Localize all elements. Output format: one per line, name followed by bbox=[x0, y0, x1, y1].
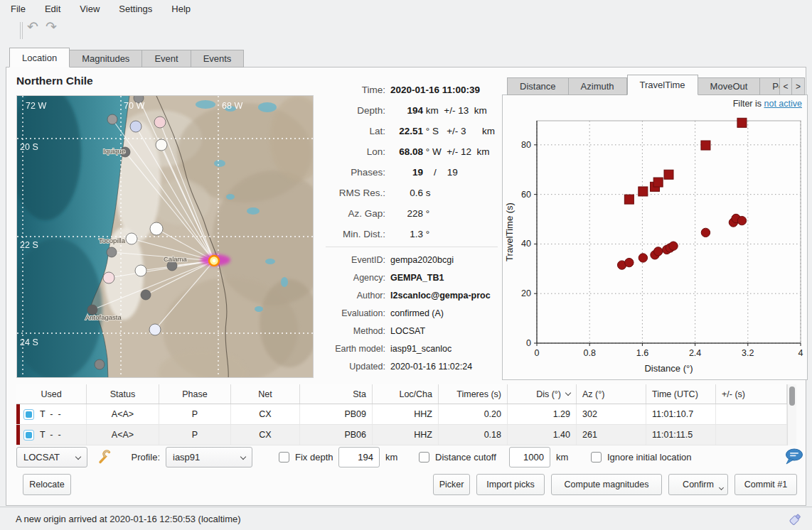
column-header-timeres-s[interactable]: Timeres (s) bbox=[439, 384, 508, 404]
map-canvas[interactable]: 72 W70 W68 W20 S22 S24 SIquiqueTocopilla… bbox=[17, 96, 314, 378]
table-row[interactable]: T - -A<A>PCXPB06HHZ0.181.4026111:01:11.5 bbox=[16, 425, 796, 445]
fix-depth-input[interactable] bbox=[338, 447, 380, 467]
data-point-p[interactable] bbox=[701, 228, 710, 237]
relocate-button[interactable]: Relocate bbox=[23, 474, 71, 495]
data-point-p[interactable] bbox=[639, 254, 647, 262]
data-point-p[interactable] bbox=[669, 242, 678, 250]
data-point-s[interactable] bbox=[653, 178, 663, 187]
menu-help[interactable]: Help bbox=[171, 4, 191, 14]
distance-cutoff-checkbox[interactable] bbox=[419, 452, 429, 463]
table-scrollbar[interactable] bbox=[787, 384, 796, 445]
city-label: Calama bbox=[164, 255, 187, 263]
station-marker[interactable] bbox=[141, 290, 151, 300]
profile-label: Profile: bbox=[113, 447, 160, 467]
table-scrollbar-thumb[interactable] bbox=[789, 386, 795, 406]
connection-icon[interactable] bbox=[786, 511, 803, 530]
confirm-button[interactable]: Confirm bbox=[668, 474, 728, 495]
column-header-s[interactable]: +/- (s) bbox=[716, 384, 787, 404]
city-label: Iquique bbox=[103, 147, 125, 155]
column-header-net[interactable]: Net bbox=[231, 384, 300, 404]
locator-settings-button[interactable] bbox=[96, 449, 112, 465]
station-marker[interactable] bbox=[150, 222, 163, 235]
commit-button[interactable]: Commit #1 bbox=[734, 474, 797, 495]
profile-select[interactable]: iasp91 bbox=[166, 447, 252, 467]
fix-depth-checkbox[interactable] bbox=[279, 452, 289, 463]
map[interactable]: 72 W70 W68 W20 S22 S24 SIquiqueTocopilla… bbox=[16, 95, 314, 378]
tab-location[interactable]: Location bbox=[9, 48, 70, 67]
data-point-p[interactable] bbox=[625, 258, 634, 266]
undo-icon[interactable]: ↶ bbox=[27, 18, 38, 34]
import-picks-button[interactable]: Import picks bbox=[476, 474, 545, 495]
origin-summary-label: Time: bbox=[324, 85, 385, 95]
data-point-s[interactable] bbox=[639, 187, 648, 196]
origin-summary-row: Phases:19 / 19 bbox=[324, 162, 502, 183]
station-marker[interactable] bbox=[126, 233, 137, 244]
arrivals-table: UsedStatusPhaseNetStaLoc/ChaTimeres (s)D… bbox=[16, 384, 796, 445]
origin-summary-value: 1.3 ° bbox=[390, 229, 429, 239]
filter-status-link[interactable]: not active bbox=[764, 99, 802, 109]
station-marker[interactable] bbox=[135, 265, 146, 276]
locator-select[interactable]: LOCSAT bbox=[16, 447, 87, 467]
column-header-phase[interactable]: Phase bbox=[159, 384, 231, 404]
data-point-p[interactable] bbox=[653, 247, 662, 256]
column-header-sta[interactable]: Sta bbox=[300, 384, 373, 404]
data-point-p[interactable] bbox=[737, 216, 746, 225]
used-checkbox[interactable] bbox=[23, 409, 34, 420]
cell-sta: PB06 bbox=[300, 425, 373, 445]
tab-scroll-right-button[interactable]: > bbox=[792, 77, 805, 95]
origin-detail-label: Updated: bbox=[324, 362, 385, 372]
ignore-initial-location-checkbox[interactable] bbox=[591, 452, 602, 463]
data-point-s[interactable] bbox=[664, 170, 673, 179]
column-header-dis[interactable]: Dis (°) bbox=[508, 384, 577, 404]
comment-button[interactable] bbox=[783, 448, 804, 466]
menu-settings[interactable]: Settings bbox=[119, 4, 152, 14]
origin-detail-row: EventID:gempa2020bcgi bbox=[324, 251, 503, 269]
column-header-used[interactable]: Used bbox=[16, 384, 87, 404]
data-point-s[interactable] bbox=[624, 195, 634, 204]
station-marker[interactable] bbox=[149, 324, 161, 335]
plot-tab-azimuth[interactable]: Azimuth bbox=[569, 77, 627, 95]
picker-button[interactable]: Picker bbox=[433, 474, 470, 495]
station-marker[interactable] bbox=[156, 139, 167, 151]
column-header-loc-cha[interactable]: Loc/Cha bbox=[373, 384, 439, 404]
plot-tab-moveout[interactable]: MoveOut bbox=[698, 77, 761, 95]
compute-magnitudes-button[interactable]: Compute magnitudes bbox=[551, 474, 662, 495]
city-label: Antofagasta bbox=[85, 313, 122, 321]
main-tab-bar: LocationMagnitudesEventEvents bbox=[9, 48, 244, 67]
station-marker[interactable] bbox=[95, 359, 105, 369]
data-point-s[interactable] bbox=[737, 118, 747, 127]
plot-tab-traveltime[interactable]: TravelTime bbox=[627, 75, 698, 95]
plot-tab-distance[interactable]: Distance bbox=[507, 77, 569, 95]
column-header-status[interactable]: Status bbox=[87, 384, 159, 404]
tab-scroll-left-button[interactable]: < bbox=[779, 77, 792, 95]
column-header-az[interactable]: Az (°) bbox=[577, 384, 646, 404]
station-marker[interactable] bbox=[107, 114, 117, 124]
column-header-time-utc[interactable]: Time (UTC) bbox=[646, 384, 716, 404]
origin-detail-label: Method: bbox=[324, 326, 385, 336]
tab-events[interactable]: Events bbox=[191, 50, 245, 67]
traveltime-chart[interactable]: 00.81.62.43.24020406080Distance (°)Trave… bbox=[503, 95, 807, 379]
menu-file[interactable]: File bbox=[11, 4, 26, 14]
origin-detail-label: Earth model: bbox=[324, 344, 385, 354]
station-marker[interactable] bbox=[103, 272, 114, 283]
tab-event[interactable]: Event bbox=[142, 50, 191, 67]
origin-details: EventID:gempa2020bcgiAgency:GEMPA_TB1Aut… bbox=[324, 251, 503, 375]
tab-magnitudes[interactable]: Magnitudes bbox=[70, 50, 142, 67]
menu-edit[interactable]: Edit bbox=[45, 4, 60, 14]
region-title: Northern Chile bbox=[16, 75, 93, 87]
cell-s bbox=[716, 425, 787, 445]
plot-tab-polar[interactable]: Polar bbox=[760, 77, 779, 95]
origin-detail-row: Method:LOCSAT bbox=[324, 322, 503, 340]
redo-icon[interactable]: ↷ bbox=[46, 18, 57, 34]
station-marker[interactable] bbox=[154, 117, 166, 128]
x-axis-label: Distance (°) bbox=[644, 363, 693, 374]
data-point-s[interactable] bbox=[701, 141, 710, 150]
station-marker[interactable] bbox=[107, 247, 117, 257]
distance-cutoff-input[interactable] bbox=[509, 447, 550, 467]
used-checkbox[interactable] bbox=[23, 430, 34, 440]
station-marker[interactable] bbox=[130, 121, 141, 132]
menu-view[interactable]: View bbox=[80, 4, 100, 14]
table-row[interactable]: T - -A<A>PCXPB09HHZ0.201.2930211:01:10.7 bbox=[16, 404, 796, 425]
lake bbox=[265, 259, 275, 264]
toolbar-grip[interactable] bbox=[20, 22, 23, 39]
